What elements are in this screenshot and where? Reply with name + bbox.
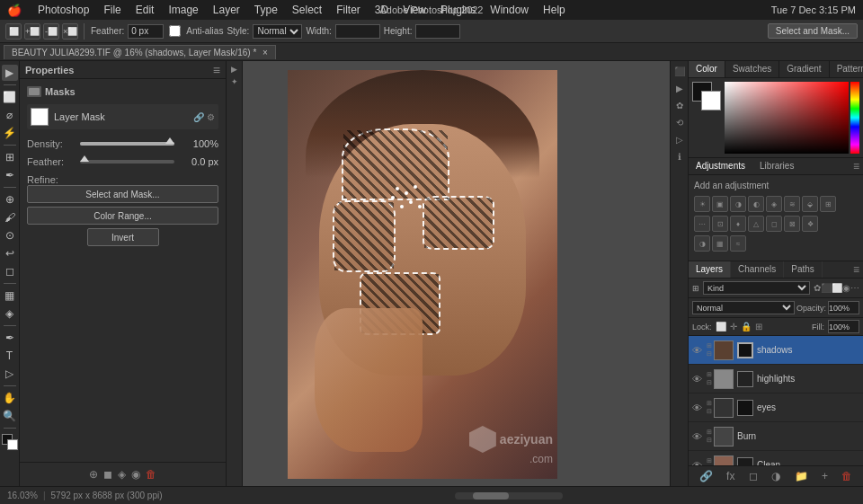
layer-row-clean[interactable]: 👁 ⊞ ⊟ Clean [689,451,863,465]
color-balance-icon[interactable]: ⬙ [802,196,818,212]
adjustments-menu[interactable]: ≡ [850,158,863,174]
tab-libraries[interactable]: Libraries [752,158,801,174]
eyedropper-tool[interactable]: ✒ [2,167,18,183]
fill-input[interactable] [828,320,859,333]
hand-tool[interactable]: ✋ [2,390,18,406]
tab-color[interactable]: Color [689,61,725,77]
invert-btn[interactable]: Invert [87,228,159,246]
crop-tool[interactable]: ⊞ [2,149,18,165]
type-tool[interactable]: T [2,348,18,364]
layer-eye-eyes[interactable]: 👁 [692,402,705,413]
brush-tool[interactable]: 🖌 [2,209,18,225]
channel-mixer-icon[interactable]: ⋯ [694,216,710,232]
blur-tool[interactable]: ◈ [2,305,18,322]
curves-icon[interactable]: ◑ [730,196,746,212]
select-mask-btn[interactable]: Select and Mask... [27,185,218,203]
tab-channels[interactable]: Channels [731,261,784,278]
color-gradient-canvas[interactable] [725,82,849,154]
menu-select[interactable]: Select [287,4,327,16]
hsl-icon[interactable]: ≋ [784,196,800,212]
color-spectrum[interactable] [725,82,859,154]
tab-layers[interactable]: Layers [689,261,731,278]
menu-file[interactable]: File [98,4,126,16]
opacity-input[interactable] [828,301,859,314]
posterize-icon[interactable]: △ [748,216,764,232]
mask-link-icon[interactable]: 🔗 [193,112,204,122]
intersect-selection-btn[interactable]: ×⬜ [62,23,78,40]
brightness-contrast-icon[interactable]: ☀ [694,196,710,212]
menu-filter[interactable]: Filter [331,4,366,16]
menu-edit[interactable]: Edit [130,4,160,16]
clone-tool[interactable]: ⊙ [2,227,18,243]
layer-row-eyes[interactable]: 👁 ⊞ ⊟ eyes [689,393,863,422]
hdr-icon[interactable]: ≈ [730,235,746,252]
lock-all-icon[interactable]: 🔒 [741,322,752,332]
layer-new-btn[interactable]: + [822,470,828,482]
add-selection-btn[interactable]: +⬜ [24,23,40,40]
color-range-btn[interactable]: Color Range... [27,207,218,225]
density-slider[interactable] [80,138,174,149]
background-color[interactable] [701,91,721,111]
smart-filter-icon[interactable]: ◉ [131,468,140,481]
layer-eye-highlights[interactable]: 👁 [692,374,705,385]
menu-photoshop[interactable]: Photoshop [32,4,94,16]
black-white-icon[interactable]: ◑ [694,235,710,252]
marquee-tool[interactable]: ⬜ [2,89,18,105]
shadows-highlights-icon[interactable]: ▦ [712,235,728,252]
apple-menu[interactable]: 🍎 [7,4,22,17]
document-tab[interactable]: BEAUTY JULIA8299.TIF @ 16% (shadows, Lay… [4,45,276,59]
feather-input[interactable] [128,24,164,39]
hue-strip[interactable] [850,82,859,154]
width-input[interactable] [335,24,380,39]
select-mask-button[interactable]: Select and Mask... [768,23,858,39]
magic-wand-tool[interactable]: ⚡ [2,125,18,141]
menu-window[interactable]: Window [485,4,534,16]
selective-color-icon[interactable]: ❖ [802,216,818,232]
pen-tool[interactable]: ✒ [2,330,18,346]
eraser-tool[interactable]: ◻ [2,263,18,279]
healing-tool[interactable]: ⊕ [2,191,18,208]
style-select[interactable]: Normal [253,24,302,39]
menu-type[interactable]: Type [249,4,283,16]
subtract-selection-btn[interactable]: -⬜ [43,23,59,40]
horizontal-scrollbar[interactable] [455,492,563,500]
menu-layer[interactable]: Layer [208,4,245,16]
move-tool[interactable]: ▶ [2,65,18,81]
levels-icon[interactable]: ▣ [712,196,728,212]
layer-fx-btn[interactable]: fx [726,470,734,482]
vector-mask-icon[interactable]: ◈ [118,468,126,481]
feather-slider[interactable] [80,156,174,167]
tab-adjustments[interactable]: Adjustments [689,158,752,174]
gradient-tool[interactable]: ▦ [2,287,18,304]
exposure-icon[interactable]: ◐ [748,196,764,212]
layer-link-bottom-btn[interactable]: 🔗 [699,470,713,482]
layer-eye-shadows[interactable]: 👁 [692,345,705,356]
pixel-mask-icon[interactable]: ◼ [103,468,112,481]
history-tool[interactable]: ↩ [2,245,18,261]
lasso-tool[interactable]: ⌀ [2,107,18,123]
layer-adjustment-btn[interactable]: ◑ [771,470,780,482]
lock-pixels-icon[interactable]: ⬜ [716,322,726,332]
layers-menu-btn[interactable]: ≡ [850,261,863,278]
threshold-icon[interactable]: ◻ [766,216,782,232]
tab-swatches[interactable]: Swatches [725,61,779,77]
layer-row-burn[interactable]: 👁 ⊞ ⊟ Burn [689,422,863,451]
new-selection-btn[interactable]: ⬜ [5,23,22,40]
tab-patterns[interactable]: Patterns [830,61,863,77]
height-input[interactable] [415,24,460,39]
layer-group-btn[interactable]: 📁 [795,470,808,482]
canvas-tool-2[interactable]: ✦ [231,77,238,86]
layer-row-highlights[interactable]: 👁 ⊞ ⊟ highlights [689,365,863,393]
gradient-map-icon[interactable]: ⊠ [784,216,800,232]
photo-filter-icon[interactable]: ⊞ [820,196,836,212]
zoom-tool[interactable]: 🔍 [2,408,18,424]
path-tool[interactable]: ▷ [2,366,18,382]
lock-artboard-icon[interactable]: ⊞ [755,322,762,332]
menu-help[interactable]: Help [538,4,571,16]
scrollbar-thumb[interactable] [473,492,509,500]
invert-icon[interactable]: ♦ [730,216,746,232]
layer-row-shadows[interactable]: 👁 ⊞ ⊟ shadows [689,336,863,365]
mask-settings-icon[interactable]: ⚙ [207,112,215,122]
lock-position-icon[interactable]: ✛ [730,322,737,332]
tab-paths[interactable]: Paths [784,261,823,278]
